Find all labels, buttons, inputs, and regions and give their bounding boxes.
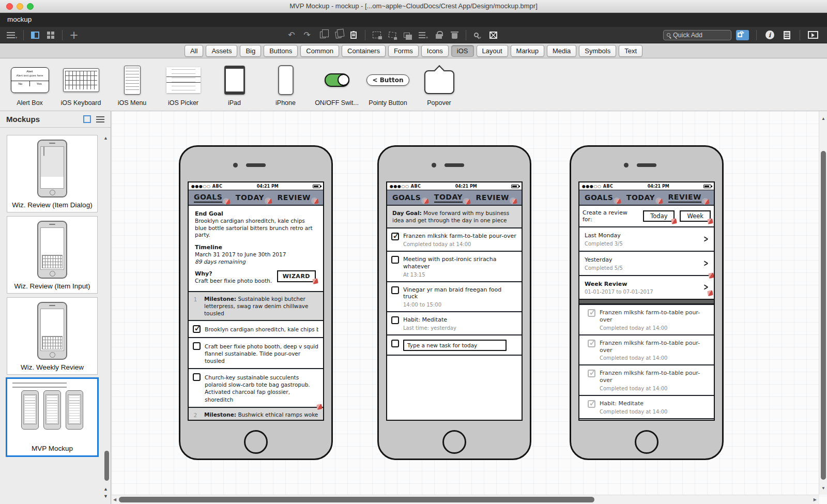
- task-row[interactable]: [387, 334, 522, 356]
- scroll-left-icon[interactable]: ◀: [113, 497, 116, 502]
- category-tab-layout[interactable]: Layout: [477, 45, 508, 57]
- checkbox-checked-disabled[interactable]: [588, 340, 595, 347]
- comment-pin-icon[interactable]: [707, 218, 713, 224]
- category-tab-buttons[interactable]: Buttons: [264, 45, 298, 57]
- phone-tab-review[interactable]: REVIEW: [278, 193, 318, 202]
- phone-tab-today[interactable]: TODAY: [434, 193, 470, 203]
- phone-tab-review[interactable]: REVIEW: [476, 193, 516, 202]
- task-row[interactable]: Habit: MeditateLast time: yesterday: [387, 311, 522, 334]
- completed-task-row[interactable]: Franzen mlkshk farm-to-table pour-overCo…: [579, 334, 714, 365]
- present-icon[interactable]: [806, 29, 820, 41]
- review-phone-widget[interactable]: ●●●○○ ABC04:21 PMGOALSTODAYREVIEWCreate …: [570, 145, 724, 460]
- mockup-thumb-mvp-mockup[interactable]: MVP Mockup: [6, 377, 99, 457]
- sidebar-scroll-down-icon[interactable]: ▼: [103, 494, 108, 499]
- comment-pin-icon[interactable]: [312, 278, 318, 284]
- goals-phone-widget[interactable]: ●●●○○ ABC04:21 PMGOALSTODAYREVIEWEnd Goa…: [179, 145, 333, 460]
- checkbox-checked-disabled[interactable]: [588, 309, 595, 317]
- zoom-icon[interactable]: ▾: [471, 29, 484, 41]
- completed-task-row[interactable]: Franzen mlkshk farm-to-table pour-overCo…: [579, 304, 714, 334]
- mockup-thumb-wiz-review-item-dialog[interactable]: Wiz. Review (Item Dialog): [7, 135, 98, 212]
- category-tab-markup[interactable]: Markup: [511, 45, 544, 57]
- comment-pin-icon[interactable]: [671, 218, 678, 224]
- phone-tab-today[interactable]: TODAY: [236, 193, 271, 202]
- single-view-icon[interactable]: [28, 29, 42, 41]
- thumbnail-view-icon[interactable]: [83, 115, 91, 123]
- task-row[interactable]: Church-key sustainable succulents polaro…: [189, 368, 323, 407]
- palette-item-onoff-switch[interactable]: ON/OFF Swit...: [311, 58, 362, 111]
- category-tab-forms[interactable]: Forms: [388, 45, 419, 57]
- list-view-icon[interactable]: [96, 116, 104, 123]
- comment-pin-icon[interactable]: [223, 198, 229, 205]
- palette-item-ios-menu[interactable]: iOS Menu: [106, 58, 158, 111]
- checkbox-unchecked[interactable]: [193, 373, 201, 381]
- trash-icon[interactable]: [448, 29, 461, 41]
- lock-icon[interactable]: [432, 29, 446, 41]
- task-row[interactable]: Brooklyn cardigan shoreditch, kale chips…: [189, 320, 323, 337]
- category-tab-big[interactable]: Big: [240, 45, 261, 57]
- ungroup-icon[interactable]: [386, 29, 399, 41]
- document-tab-mockup[interactable]: mockup: [7, 16, 32, 23]
- task-row[interactable]: Meeting with post-ironic sriracha whatev…: [387, 251, 522, 281]
- category-tab-media[interactable]: Media: [547, 45, 576, 57]
- task-row[interactable]: Franzen mlkshk farm-to-table pour-overCo…: [387, 227, 522, 251]
- category-tab-symbols[interactable]: Symbols: [579, 45, 616, 57]
- wizard-button[interactable]: WIZARD: [277, 270, 316, 282]
- milestone-row[interactable]: 1Milestone: Sustainable kogi butcher let…: [189, 291, 323, 320]
- exclude-export-icon[interactable]: [486, 29, 500, 41]
- info-icon[interactable]: i: [763, 29, 776, 41]
- vertical-scrollbar-thumb[interactable]: [821, 151, 826, 480]
- palette-item-ipad[interactable]: iPad: [209, 58, 260, 111]
- comment-pin-icon[interactable]: [463, 198, 470, 205]
- palette-item-popover[interactable]: Popover: [414, 58, 465, 111]
- ui-library-icon[interactable]: ↷: [735, 29, 750, 41]
- comment-pin-icon[interactable]: [707, 290, 713, 296]
- phone-tab-today[interactable]: TODAY: [626, 193, 662, 202]
- today-phone-widget[interactable]: ●●●○○ ABC04:21 PMGOALSTODAYREVIEWDay Goa…: [377, 145, 531, 460]
- checkbox-checked-disabled[interactable]: [588, 370, 595, 377]
- palette-item-ios-picker[interactable]: iOS Picker: [158, 58, 209, 111]
- comment-pin-icon[interactable]: [311, 197, 318, 204]
- checkbox-unchecked[interactable]: [391, 316, 399, 324]
- horizontal-scrollbar-thumb[interactable]: [119, 497, 594, 502]
- category-tab-ios[interactable]: iOS: [451, 45, 474, 57]
- comment-pin-icon[interactable]: [708, 272, 714, 279]
- checkbox-checked[interactable]: [391, 233, 399, 240]
- checkbox-unchecked[interactable]: [391, 340, 399, 347]
- paste-icon[interactable]: [347, 29, 360, 41]
- comment-pin-icon[interactable]: [421, 197, 428, 204]
- phone-tab-goals[interactable]: GOALS: [392, 193, 428, 202]
- align-icon[interactable]: ▾: [417, 29, 430, 41]
- duplicate-icon[interactable]: [331, 29, 345, 41]
- task-row[interactable]: Vinegar yr man braid freegan food truck1…: [387, 281, 522, 312]
- sidebar-scroll-up-icon[interactable]: ▲: [103, 135, 108, 141]
- undo-icon[interactable]: ↶: [285, 29, 298, 41]
- completed-task-row[interactable]: Franzen mlkshk farm-to-table pour-over: [579, 418, 714, 420]
- new-task-input[interactable]: [403, 340, 507, 351]
- category-tab-icons[interactable]: Icons: [421, 45, 449, 57]
- palette-item-pointy-button[interactable]: < Button Pointy Button: [362, 58, 414, 111]
- category-tab-all[interactable]: All: [185, 45, 203, 57]
- phone-tab-goals[interactable]: GOALS: [585, 193, 620, 202]
- completed-task-row[interactable]: Habit: MeditateCompleted today at 14:00: [579, 395, 714, 418]
- review-period-row[interactable]: Week Review01-01-2017 to 07-01-2017>: [579, 275, 714, 299]
- checkbox-checked[interactable]: [193, 325, 201, 333]
- quick-add-box[interactable]: Quick Add: [663, 30, 731, 40]
- review-today-button[interactable]: Today: [643, 210, 675, 222]
- scroll-right-icon[interactable]: ▶: [814, 497, 817, 502]
- mockup-canvas[interactable]: ●●●○○ ABC04:21 PMGOALSTODAYREVIEWEnd Goa…: [112, 111, 827, 504]
- transform-icon[interactable]: [370, 29, 384, 41]
- phone-tab-goals[interactable]: GOALS: [194, 193, 229, 203]
- checkbox-unchecked[interactable]: [391, 256, 399, 264]
- category-tab-containers[interactable]: Containers: [342, 45, 386, 57]
- category-tab-assets[interactable]: Assets: [206, 45, 237, 57]
- milestone-row[interactable]: 2Milestone: Bushwick ethical ramps woke …: [189, 407, 323, 420]
- comment-pin-icon[interactable]: [614, 197, 620, 204]
- notes-icon[interactable]: [780, 29, 793, 41]
- review-period-row[interactable]: Last MondayCompleted 3/5>: [579, 226, 714, 251]
- category-tab-text[interactable]: Text: [619, 45, 642, 57]
- completed-task-row[interactable]: Franzen mlkshk farm-to-table pour-overCo…: [579, 364, 714, 395]
- mockup-thumb-wiz-weekly-review[interactable]: Wiz. Weekly Review: [7, 297, 98, 375]
- canvas-vertical-scrollbar[interactable]: ▲ ▼: [819, 111, 827, 495]
- comment-pin-icon[interactable]: [265, 197, 271, 204]
- category-tab-common[interactable]: Common: [300, 45, 339, 57]
